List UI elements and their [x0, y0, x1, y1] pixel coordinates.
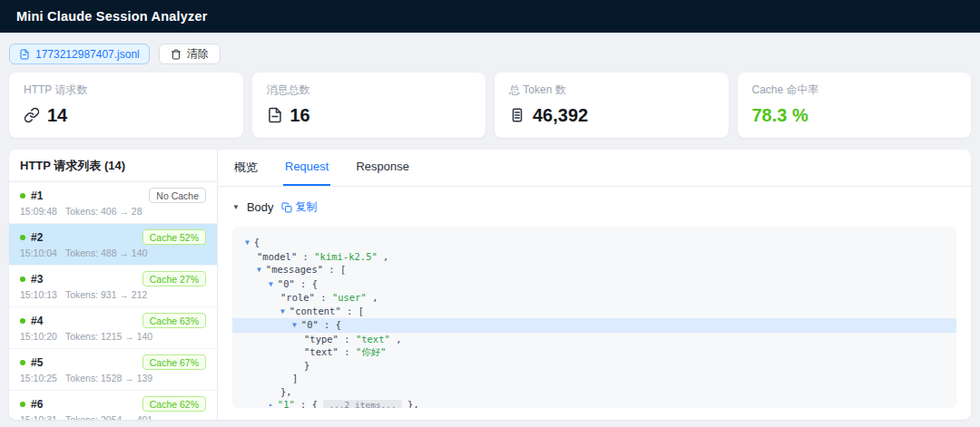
- json-row: ▼"messages" : [: [232, 263, 956, 277]
- file-icon: [267, 107, 283, 123]
- stat-value: 16: [290, 105, 310, 126]
- app-header: Mini Claude Session Analyzer: [0, 0, 980, 33]
- clear-button-label: 清除: [187, 46, 209, 62]
- request-tokens: Tokens: 931 → 212: [65, 289, 147, 300]
- stats-row: HTTP 请求数 14 消息总数 16 总 Token 数 46,392 Cac…: [9, 73, 971, 138]
- file-icon: [19, 49, 30, 60]
- request-list-item[interactable]: #5Cache 67%15:10:25Tokens: 1528 → 139: [9, 349, 217, 391]
- json-row: ▼"content" : [: [232, 305, 956, 319]
- status-dot: [20, 402, 25, 407]
- request-time: 15:10:25: [20, 373, 57, 383]
- copy-icon: [281, 202, 292, 213]
- request-time: 15:10:13: [20, 289, 57, 300]
- cache-badge: Cache 62%: [142, 396, 206, 412]
- request-id: #1: [31, 189, 149, 202]
- request-id: #2: [31, 231, 142, 244]
- request-id: #3: [31, 273, 142, 286]
- json-viewer: ▼{"model" : "kimi-k2.5" ,▼"messages" : […: [232, 227, 956, 408]
- request-list: #1No Cache15:09:48Tokens: 406 → 28#2Cach…: [9, 182, 217, 420]
- json-string: "user": [332, 292, 367, 303]
- request-meta: 15:10:13Tokens: 931 → 212: [20, 289, 206, 300]
- json-punct: :: [338, 334, 356, 345]
- json-punct: }: [304, 360, 309, 371]
- detail-panel: 概览 Request Response ▼ Body 复制 ▼{"model" …: [218, 150, 971, 420]
- request-tokens: Tokens: 406 → 28: [65, 206, 142, 217]
- body-section-label: Body: [247, 200, 274, 214]
- main-panel: HTTP 请求列表 (14) #1No Cache15:09:48Tokens:…: [9, 150, 971, 420]
- tab-overview[interactable]: 概览: [232, 150, 260, 186]
- request-tokens: Tokens: 2054 → 401: [65, 414, 152, 420]
- status-dot: [20, 277, 25, 282]
- stat-label: Cache 命中率: [752, 82, 957, 98]
- trash-icon: [171, 49, 181, 60]
- stat-card-tokens: 总 Token 数 46,392: [495, 73, 729, 138]
- request-list-item[interactable]: #3Cache 27%15:10:13Tokens: 931 → 212: [9, 266, 217, 307]
- status-dot: [20, 360, 25, 365]
- expand-arrow-icon[interactable]: ▼: [280, 306, 285, 319]
- json-punct: :: [338, 346, 356, 357]
- collapsed-items-pill[interactable]: ...2 items...: [323, 400, 401, 408]
- json-punct: ,: [377, 251, 389, 262]
- tab-request[interactable]: Request: [283, 150, 330, 186]
- json-key-green: "1": [278, 399, 295, 408]
- request-list-item[interactable]: #6Cache 62%15:10:31Tokens: 2054 → 401: [9, 391, 217, 420]
- status-dot: [20, 193, 25, 199]
- json-key: "model": [257, 251, 297, 262]
- json-key: "messages": [266, 264, 323, 275]
- expand-arrow-icon[interactable]: ▼: [269, 278, 273, 292]
- stat-value: 78.3 %: [752, 105, 808, 126]
- request-meta: 15:10:04Tokens: 488 → 140: [20, 247, 206, 258]
- collapse-triangle-icon[interactable]: ▼: [232, 203, 240, 211]
- json-row: "model" : "kimi-k2.5" ,: [232, 250, 956, 264]
- json-punct: :: [297, 251, 314, 262]
- token-list-icon: [509, 107, 525, 123]
- request-time: 15:10:31: [20, 414, 57, 420]
- request-list-item[interactable]: #2Cache 52%15:10:04Tokens: 488 → 140: [9, 224, 217, 266]
- expand-arrow-icon[interactable]: ▼: [292, 319, 297, 333]
- json-row: },: [232, 385, 956, 399]
- tab-bar: 概览 Request Response: [218, 150, 971, 187]
- json-key: "0": [278, 278, 295, 289]
- body-section-header: ▼ Body 复制: [232, 199, 956, 215]
- json-punct: },: [402, 399, 419, 408]
- expand-arrow-icon[interactable]: ▼: [245, 237, 250, 250]
- cache-badge: Cache 52%: [142, 229, 206, 245]
- file-chip[interactable]: 1773212987407.jsonl: [9, 44, 150, 64]
- tab-response[interactable]: Response: [354, 150, 411, 186]
- app-title: Mini Claude Session Analyzer: [16, 9, 208, 24]
- status-dot: [20, 318, 25, 324]
- request-list-title: HTTP 请求列表 (14): [9, 150, 217, 182]
- stat-card-http-requests: HTTP 请求数 14: [9, 73, 243, 138]
- clear-button[interactable]: 清除: [159, 44, 220, 64]
- cache-badge: Cache 67%: [142, 354, 206, 370]
- request-id: #4: [31, 315, 142, 327]
- status-dot: [20, 235, 25, 240]
- json-row: ▼"0" : {: [232, 277, 956, 292]
- json-punct: : {: [295, 278, 318, 289]
- request-list-item[interactable]: #1No Cache15:09:48Tokens: 406 → 28: [9, 182, 217, 224]
- stat-value: 14: [47, 105, 67, 126]
- json-row: ]: [232, 372, 956, 385]
- json-punct: ,: [390, 334, 402, 345]
- json-row: ▼"0" : {: [232, 318, 956, 333]
- json-punct: {: [254, 237, 260, 247]
- json-key: "text": [304, 346, 338, 357]
- link-icon: [24, 107, 40, 123]
- request-meta: 15:10:20Tokens: 1215 → 140: [20, 331, 206, 342]
- expand-arrow-icon[interactable]: ▼: [257, 264, 261, 277]
- json-punct: : [: [341, 306, 364, 316]
- stat-label: 消息总数: [267, 82, 472, 98]
- request-id: #6: [31, 398, 142, 411]
- request-time: 15:10:04: [20, 247, 57, 258]
- collapsed-arrow-icon[interactable]: ▸: [269, 399, 273, 408]
- copy-button[interactable]: 复制: [281, 199, 318, 215]
- json-row: ▸"1" : { ...2 items... },: [232, 398, 956, 408]
- cache-badge: Cache 27%: [142, 271, 206, 286]
- cache-badge: Cache 63%: [142, 313, 206, 328]
- json-string: "text": [356, 334, 390, 345]
- request-list-item[interactable]: #4Cache 63%15:10:20Tokens: 1215 → 140: [9, 307, 217, 349]
- json-row: ▼{: [232, 236, 956, 250]
- copy-button-label: 复制: [296, 199, 318, 215]
- request-time: 15:09:48: [20, 206, 57, 217]
- detail-content: ▼ Body 复制 ▼{"model" : "kimi-k2.5" ,▼"mes…: [218, 187, 971, 420]
